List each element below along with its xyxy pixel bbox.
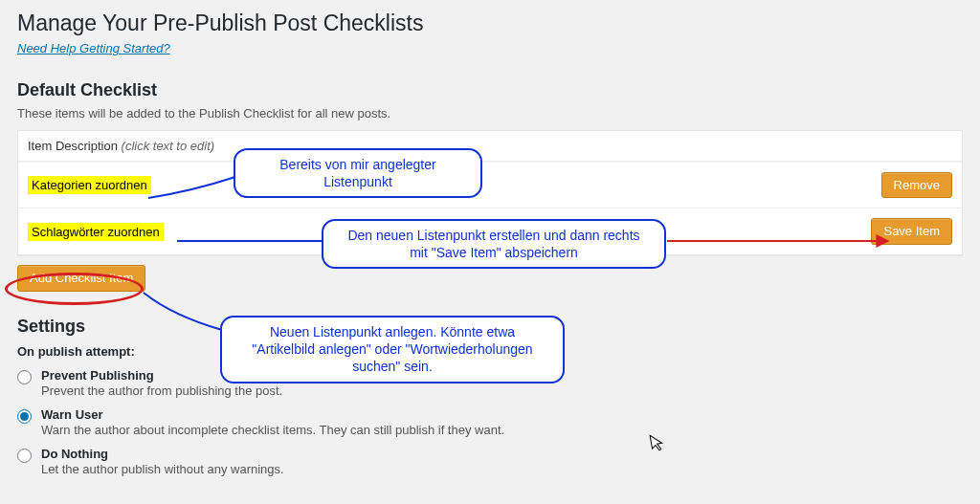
checklist-row: Kategorien zuordnen Remove — [18, 162, 962, 208]
checklist-header: Item Description (click text to edit) — [18, 131, 962, 162]
radio-description: Warn the author about incomplete checkli… — [41, 423, 504, 437]
help-getting-started-link[interactable]: Need Help Getting Started? — [17, 41, 170, 55]
checklist-item-text[interactable]: Schlagwörter zuordnen — [28, 223, 164, 241]
save-item-button[interactable]: Save Item — [871, 218, 952, 245]
radio-do-nothing[interactable] — [17, 449, 32, 463]
checklist-item-text[interactable]: Kategorien zuordnen — [28, 176, 151, 194]
page-title: Manage Your Pre-Publish Post Checklists — [17, 10, 963, 38]
radio-warn-user[interactable] — [17, 409, 32, 424]
default-checklist-heading: Default Checklist — [17, 80, 963, 100]
column-hint: (click text to edit) — [122, 139, 215, 153]
annotation-existing-item: Bereits von mir angelegter Listenpunkt — [234, 148, 482, 198]
annotation-add-item: Neuen Listenpunkt anlegen. Könnte etwa "… — [220, 316, 565, 383]
radio-option-warn[interactable]: Warn User Warn the author about incomple… — [17, 407, 963, 437]
radio-description: Let the author publish without any warni… — [41, 462, 284, 476]
column-label: Item Description — [28, 139, 118, 153]
radio-description: Prevent the author from publishing the p… — [41, 383, 282, 398]
remove-button[interactable]: Remove — [881, 172, 952, 199]
radio-label: Warn User — [41, 407, 504, 422]
annotation-save-item: Den neuen Listenpunkt erstellen und dann… — [322, 219, 666, 269]
add-checklist-item-button[interactable]: Add Checklist Item — [17, 265, 145, 292]
default-checklist-description: These items will be added to the Publish… — [17, 106, 963, 121]
radio-label: Do Nothing — [41, 447, 284, 461]
radio-prevent-publishing[interactable] — [17, 370, 32, 384]
radio-option-nothing[interactable]: Do Nothing Let the author publish withou… — [17, 447, 963, 476]
